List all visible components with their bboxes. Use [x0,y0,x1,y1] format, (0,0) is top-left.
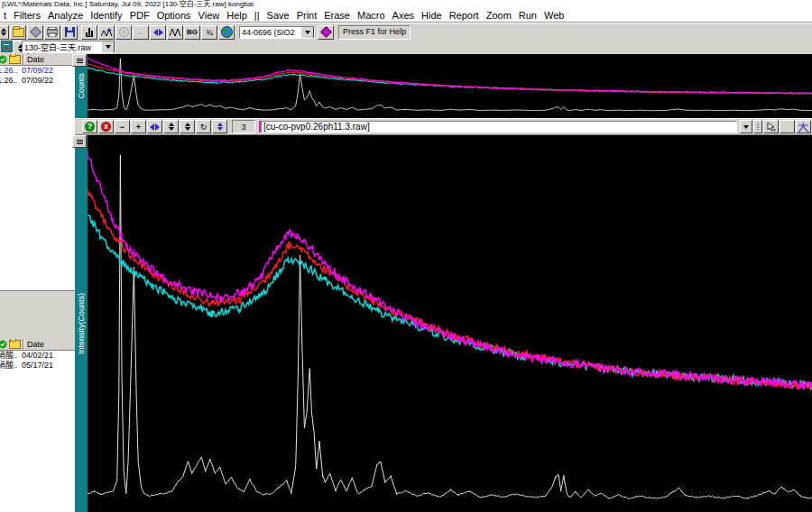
chevron-down-icon[interactable] [101,41,115,53]
file-combo-value: 130-空白-三天.raw [24,41,101,53]
refresh-icon: ↻ [200,123,208,132]
ratio-icon: ¾ [206,28,213,37]
stack-overlays-button[interactable] [212,120,227,133]
menu-item-options[interactable]: Options [153,10,195,21]
pattern-spinner[interactable]: ⁞ [753,120,762,133]
main-axis-strip: Intensity(Counts) [75,135,88,512]
file-name: 硝酸... [0,361,17,370]
trace-magenta [88,59,812,94]
menu-item-t[interactable]: t [0,10,10,21]
phase-combo-value: 44-0696 (SiO2 [242,28,300,37]
help-button[interactable]: ? [82,120,97,133]
overlay-count-box[interactable]: 3 [232,120,255,133]
background-button[interactable]: BG [184,25,200,40]
date-column-header[interactable]: Date [23,340,75,349]
trace-white [88,59,812,111]
web-button[interactable] [218,25,235,40]
hamburger-icon [77,140,83,144]
menu-item-identify[interactable]: Identify [87,10,125,21]
menu-item-zoom[interactable]: Zoom [483,10,515,21]
menu-item-erase[interactable]: Erase [320,10,354,21]
bar-chart-icon [86,27,93,37]
phase-combo[interactable]: 44-0696 (SiO2 [239,26,315,39]
check-icon [0,340,7,349]
view-overlay-button[interactable] [27,25,43,40]
overlay-count: 3 [241,123,245,132]
file-list-row[interactable]: 硝酸...05/17/21 [0,361,75,370]
zoom-in-button[interactable]: + [131,120,146,133]
menu-item-print[interactable]: Print [293,10,321,21]
file-date: 07/09/22 [17,76,53,86]
floppy-icon [65,27,75,37]
save-button[interactable] [61,25,78,40]
open-file-button[interactable] [10,25,26,40]
menu-item-view[interactable]: View [195,10,224,21]
profile-button[interactable] [167,25,183,40]
file-list-bottom: Date 硝酸...04/02/21硝酸...05/17/21 [0,339,75,512]
zoom-mode-button[interactable] [780,120,795,133]
cursor-mode-button[interactable]: z [763,120,779,133]
menu-item-filters[interactable]: Filters [10,10,44,21]
chevron-down-icon [743,125,749,129]
stretch-vertical-button[interactable] [180,120,195,133]
main-chart[interactable] [88,135,812,512]
advance-button-disabled[interactable]: → [133,25,149,40]
menu-item-analyze[interactable]: Analyze [44,10,87,21]
pdf-card-button[interactable] [318,25,334,40]
diamond-icon [30,26,42,38]
print-button[interactable] [44,25,60,40]
circle-plus-icon: + [119,27,129,37]
file-list-row[interactable]: 1.26...07/09/22 [0,76,75,86]
chevron-down-icon[interactable] [300,26,314,39]
bg-icon: BG [187,28,198,36]
trace-cyan [88,215,812,389]
scale-up-down-button[interactable] [163,120,179,133]
overview-menu-button[interactable] [72,54,87,67]
window-title: [LWL*/Materials Data, Inc.] Saturday, Ju… [2,0,254,8]
trace-red [88,64,812,95]
folder-icon [13,28,24,37]
menu-item-pdf[interactable]: PDF [126,10,153,21]
svg-text:z: z [773,127,776,133]
magenta-diamond-icon [320,26,332,38]
remove-overlay-button[interactable]: x [98,120,114,133]
file-list-top-header[interactable]: Date [0,54,75,66]
file-stepper[interactable] [0,25,9,40]
pan-button[interactable] [150,25,166,40]
menu-item-web[interactable]: Web [540,10,567,21]
pattern-dropdown-button[interactable] [740,120,752,133]
main-menu-button[interactable] [72,135,87,148]
zoom-out-button[interactable]: − [115,120,130,133]
overlay-add-button-disabled[interactable]: + [115,25,132,40]
file-combo[interactable]: 130-空白-三天.raw [22,41,115,53]
file-list-row[interactable]: 硝酸...04/02/21 [0,351,75,361]
menu-item-hide[interactable]: Hide [418,10,446,21]
plus-icon: + [136,123,141,132]
menu-item-report[interactable]: Report [446,10,483,21]
peaks-icon [170,28,181,37]
vertical-arrows-icon [185,123,190,131]
file-list-bottom-header[interactable]: Date [0,339,75,351]
main-toolbar: + → BG ¾ 44-0696 (SiO2 Press F1 for Help [0,23,812,41]
menu-item-axes[interactable]: Axes [389,10,418,21]
active-pattern-field[interactable]: [cu-co-pvp0.26ph11.3.raw] [261,121,737,133]
ratio-button[interactable]: ¾ [201,25,217,40]
file-list-row[interactable]: 1.26...07/09/22 [0,66,75,76]
thumbnail-icon[interactable] [1,41,13,52]
scroll-horizontal-button[interactable] [147,120,162,133]
file-name: 1.26... [0,76,17,86]
histogram-button[interactable] [81,25,97,40]
peak-fit-button[interactable] [98,25,115,40]
overview-chart[interactable] [88,54,812,118]
swap-button[interactable]: ↻ [196,120,211,133]
menu-item-macro[interactable]: Macro [354,10,389,21]
file-date: 04/02/21 [17,351,53,361]
hamburger-icon [77,59,83,63]
menu-item-save[interactable]: Save [263,10,293,21]
date-column-header[interactable]: Date [23,55,75,64]
panel-splitter[interactable] [0,290,75,340]
peak-label-button[interactable] [796,120,811,133]
menu-item-help[interactable]: Help [223,10,251,21]
file-list-top: Date 1.26...07/09/221.26...07/09/22 [0,54,75,290]
menu-item-run[interactable]: Run [515,10,540,21]
